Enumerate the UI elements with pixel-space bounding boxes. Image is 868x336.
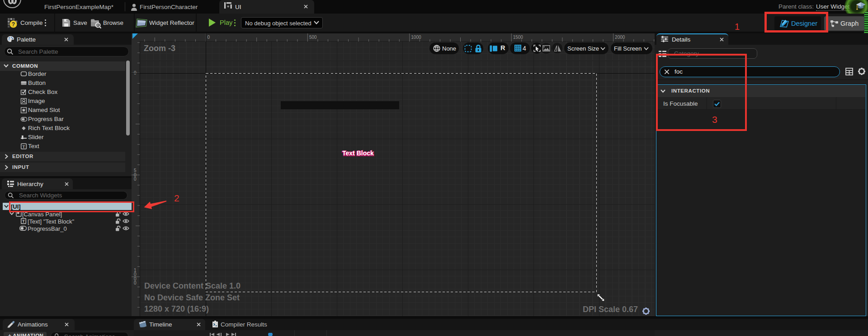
svg-text:T: T (23, 144, 25, 149)
svg-text:0: 0 (208, 35, 210, 40)
svg-text:2000: 2000 (615, 35, 625, 40)
svg-text:1000: 1000 (411, 35, 421, 40)
svg-text:500: 500 (134, 168, 137, 182)
svg-text:1500: 1500 (513, 35, 524, 40)
svg-text:?: ? (12, 21, 15, 28)
svg-text:T: T (22, 219, 25, 224)
svg-text:1000: 1000 (134, 268, 137, 286)
svg-text:500: 500 (309, 35, 317, 40)
